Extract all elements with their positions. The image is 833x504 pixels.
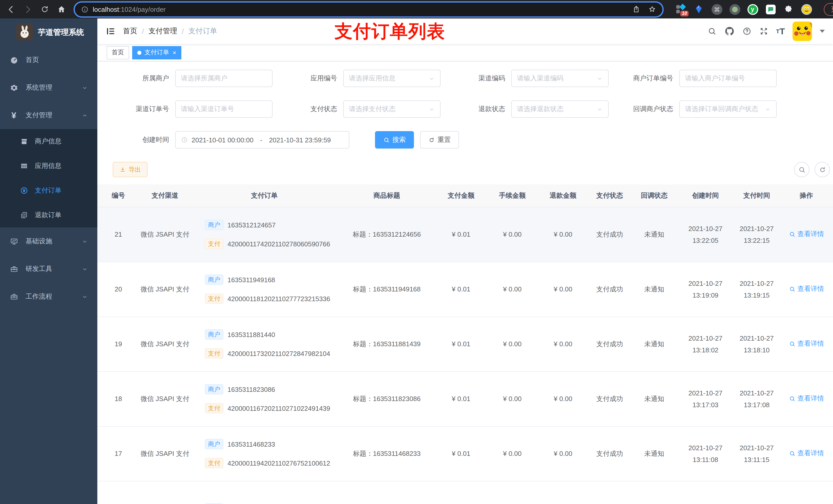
browser-forward-icon[interactable] — [22, 4, 33, 15]
amount-cell: ¥ 0.01 — [435, 207, 487, 262]
sidebar-subitem-refund-order[interactable]: 退款订单 — [0, 203, 97, 227]
pay-tag: 支付 — [205, 458, 223, 468]
bookmark-star-icon[interactable] — [648, 5, 656, 13]
order-pay-line: 支付4200001167202110271022491439 — [205, 403, 338, 413]
select-notify-status[interactable]: 请选择订单回调商户状态 — [679, 100, 777, 118]
order-cell: 商户1635311468233支付42000011942021102767521… — [191, 426, 338, 481]
pay-order-no: 4200001194202110276752100612 — [228, 459, 330, 467]
tab-close-icon[interactable]: × — [173, 49, 176, 55]
filter-row-date: 创建时间 2021-10-01 00:00:00 - 2021-10-31 23… — [97, 131, 833, 148]
address-bar[interactable]: localhost:1024/pay/order — [75, 2, 662, 16]
refund-cell: ¥ 0.00 — [538, 207, 588, 262]
input-merchant-order-no[interactable]: 请输入商户订单编号 — [679, 70, 777, 87]
avatar-caret-icon[interactable] — [820, 30, 825, 33]
paid-date: 2021-10-27 — [734, 332, 780, 344]
extensions-puzzle-icon[interactable] — [783, 4, 794, 15]
input-channel-order-no[interactable]: 请输入渠道订单号 — [175, 100, 272, 118]
filter-item-refund-status: 退款状态请选择退款状态 — [454, 100, 609, 118]
merchant-order-no: 1635311881440 — [228, 331, 275, 338]
fee-cell: ¥ 0.00 — [487, 207, 538, 262]
refund-cell: ¥ 0.00 — [538, 371, 588, 426]
chevron-down-icon — [764, 106, 771, 113]
search-button[interactable]: 搜索 — [375, 131, 414, 148]
column-header: 支付状态 — [588, 184, 631, 207]
empty-cell — [435, 481, 487, 504]
action-cell: 查看详情 — [780, 262, 833, 316]
toggle-search-button[interactable] — [794, 162, 809, 177]
column-header: 编号 — [97, 184, 139, 207]
chevron-down-icon — [81, 266, 88, 272]
extension-record-icon[interactable] — [729, 4, 740, 15]
sidebar-subitem-app-info[interactable]: 应用信息 — [0, 154, 97, 178]
view-detail-link[interactable]: 查看详情 — [789, 394, 824, 403]
share-icon[interactable] — [632, 5, 640, 13]
extension-command-icon[interactable] — [711, 4, 722, 15]
date-end-value: 2021-10-31 23:59:59 — [269, 136, 331, 144]
sidebar-item-system[interactable]: 系统管理 — [0, 74, 97, 101]
empty-cell — [487, 481, 538, 504]
pay-order-no: 4200001181202110277723215336 — [228, 295, 330, 303]
sidebar-item-workflow[interactable]: 工作流程 — [0, 283, 97, 310]
fee-cell: ¥ 0.00 — [487, 371, 538, 426]
title-cell: 标题：1635312124656 — [338, 207, 435, 262]
amount-cell: ¥ 0.01 — [435, 371, 487, 426]
order-id-cell: 20 — [97, 262, 139, 316]
sidebar-subitem-pay-order[interactable]: 支付订单 — [0, 178, 97, 203]
merchant-tag: 商户 — [205, 329, 223, 340]
order-merchant-line: 商户1635311468233 — [205, 439, 338, 449]
column-header: 退款金额 — [538, 184, 588, 207]
user-avatar[interactable] — [792, 22, 812, 41]
font-size-icon[interactable]: TT — [776, 27, 785, 35]
browser-reload-icon[interactable] — [39, 4, 50, 15]
view-detail-link[interactable]: 查看详情 — [789, 339, 824, 349]
order-merchant-line: 商户1635311881440 — [205, 329, 338, 340]
extension-y-icon[interactable]: y — [747, 4, 758, 15]
browser-back-icon[interactable] — [5, 4, 16, 15]
export-button[interactable]: 导出 — [113, 162, 147, 177]
sidebar-item-payment[interactable]: ¥支付管理 — [0, 101, 97, 129]
status-cell: 支付成功 — [588, 426, 631, 481]
breadcrumb-item[interactable]: 支付管理 — [148, 27, 177, 36]
select-refund-status[interactable]: 请选择退款状态 — [511, 100, 609, 118]
site-info-icon[interactable] — [81, 5, 89, 13]
view-detail-link[interactable]: 查看详情 — [789, 230, 824, 239]
sidebar-item-home[interactable]: 首页 — [0, 46, 97, 74]
tab-home[interactable]: 首页 — [106, 46, 129, 59]
sidebar-subitem-label: 支付订单 — [35, 186, 62, 195]
view-detail-link[interactable]: 查看详情 — [789, 285, 824, 294]
created-clock: 13:19:09 — [677, 289, 734, 301]
sidebar-collapse-icon[interactable] — [105, 26, 116, 37]
breadcrumb-item[interactable]: 首页 — [123, 27, 137, 36]
sidebar-item-label: 基础设施 — [26, 237, 52, 246]
pay-order-no: 4200001174202110278060590766 — [228, 240, 330, 248]
browser-update-button[interactable]: 更新 — [824, 3, 833, 16]
help-icon[interactable] — [742, 27, 752, 36]
sidebar-item-infrastructure[interactable]: 基础设施 — [0, 227, 97, 255]
extension-blocks-icon[interactable]: 10 — [675, 4, 687, 15]
extension-gem-icon[interactable] — [693, 4, 705, 15]
select-channel-code[interactable]: 请输入渠道编码 — [511, 70, 609, 87]
input-merchant[interactable]: 请选择所属商户 — [175, 70, 272, 87]
navbar: 首页/支付管理/支付订单 支付订单列表 TT — [97, 19, 833, 44]
paid-time-cell: 2021-10-2713:19:15 — [734, 262, 780, 316]
view-detail-link[interactable]: 查看详情 — [789, 449, 824, 458]
paid-date: 2021-10-27 — [734, 222, 780, 234]
sidebar-subitem-merchant-info[interactable]: 商户信息 — [0, 129, 97, 154]
select-app-no[interactable]: 请选择应用信息 — [343, 70, 441, 87]
profile-emoji-icon[interactable] — [801, 4, 812, 15]
sidebar-item-dev-tools[interactable]: 研发工具 — [0, 255, 97, 283]
title-cell: 标题：1635311881439 — [338, 316, 435, 371]
refresh-table-button[interactable] — [814, 162, 830, 177]
github-icon[interactable] — [724, 26, 735, 37]
browser-home-icon[interactable] — [56, 4, 67, 15]
chevron-down-icon — [596, 75, 603, 82]
extension-chat-icon[interactable] — [765, 4, 776, 15]
create-time-range-input[interactable]: 2021-10-01 00:00:00 - 2021-10-31 23:59:5… — [175, 131, 349, 148]
reset-button[interactable]: 重置 — [420, 131, 459, 148]
tab-pay-order[interactable]: 支付订单× — [132, 46, 181, 59]
pay-channel-cell: 微信 JSAPI 支付 — [139, 426, 191, 481]
select-pay-status[interactable]: 请选择支付状态 — [343, 100, 441, 118]
header-search-icon[interactable] — [708, 27, 717, 36]
paid-clock: 13:18:10 — [734, 344, 780, 356]
fullscreen-icon[interactable] — [759, 27, 768, 36]
